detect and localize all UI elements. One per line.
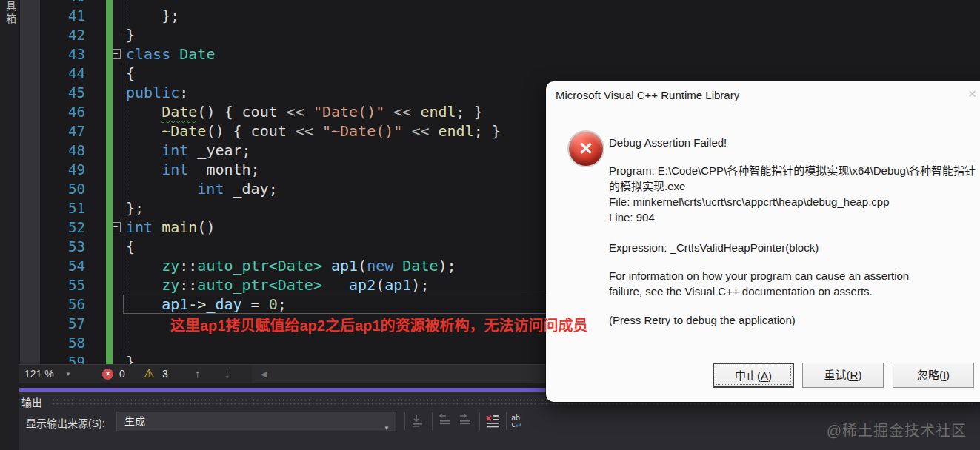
side-tab-strip: 工具箱 (0, 0, 19, 450)
error-icon[interactable]: ✕ (102, 369, 113, 380)
margin-strip (20, 0, 40, 364)
code-line[interactable]: 44{ (0, 64, 980, 83)
vs-window: 4041 };42}43−class Date44{45public:46 Da… (0, 0, 980, 450)
prev-issue-icon[interactable]: ↑ (195, 367, 201, 380)
output-panel-title: 输出 (21, 394, 42, 409)
next-message-icon[interactable] (457, 413, 473, 429)
output-source-value: 生成 (124, 415, 145, 427)
press-retry-note: (Press Retry to debug the application) (609, 312, 796, 328)
toolbar-separator (432, 412, 433, 430)
assertion-details: Program: E:\Code\CPP\各种智能指针的模拟实现\x64\Deb… (609, 163, 976, 225)
code-line[interactable]: 40 (0, 0, 980, 6)
assertion-info: For information on how your program can … (609, 268, 909, 299)
error-badge-icon: ✕ (569, 132, 603, 166)
code-line[interactable]: 43−class Date (0, 44, 980, 64)
clear-all-icon[interactable] (484, 413, 501, 429)
zoom-level[interactable]: 121 % (24, 368, 54, 380)
error-count: 0 (119, 368, 125, 380)
zoom-caret-icon[interactable]: ▼ (65, 371, 71, 377)
code-line[interactable]: 41 }; (0, 6, 980, 25)
next-issue-icon[interactable]: ↓ (224, 367, 230, 380)
warning-count: 3 (162, 368, 168, 380)
assertion-title: Debug Assertion Failed! (609, 135, 727, 150)
runtime-error-dialog: Microsoft Visual C++ Runtime Library × ✕… (546, 81, 980, 402)
scroll-left-icon[interactable]: ◀ (261, 369, 267, 379)
warning-icon[interactable]: ⚠ (144, 366, 154, 380)
toolbar-separator (404, 412, 405, 430)
change-tracking-bar (106, 0, 113, 364)
goto-message-icon[interactable] (410, 413, 426, 429)
prev-message-icon[interactable] (437, 413, 453, 429)
ignore-button[interactable]: 忽略(I) (893, 363, 974, 388)
code-line[interactable]: 42} (0, 25, 980, 44)
watermark: @稀土掘金技术社区 (827, 419, 967, 440)
annotation-text: 这里ap1拷贝赋值给ap2之后ap1的资源被析构，无法访问问成员 (170, 314, 587, 335)
output-source-label: 显示输出来源(S): (26, 415, 105, 430)
toolbar-separator (479, 412, 480, 430)
dialog-title: Microsoft Visual C++ Runtime Library (556, 89, 739, 101)
close-icon[interactable]: × (968, 86, 976, 102)
word-wrap-icon[interactable]: ab c↵ (511, 414, 527, 431)
combo-caret-icon: ▼ (384, 419, 390, 437)
abort-button[interactable]: 中止(A) (713, 363, 794, 388)
assertion-expression: Expression: _CrtIsValidHeapPointer(block… (609, 240, 819, 255)
retry-button[interactable]: 重试(R) (802, 363, 884, 388)
dialog-buttons: 中止(A)重试(R)忽略(I) (546, 363, 980, 388)
toolbar-separator (506, 412, 507, 430)
output-source-select[interactable]: 生成 ▼ (116, 412, 396, 431)
toolbox-tab[interactable]: 工具箱 (3, 0, 18, 26)
